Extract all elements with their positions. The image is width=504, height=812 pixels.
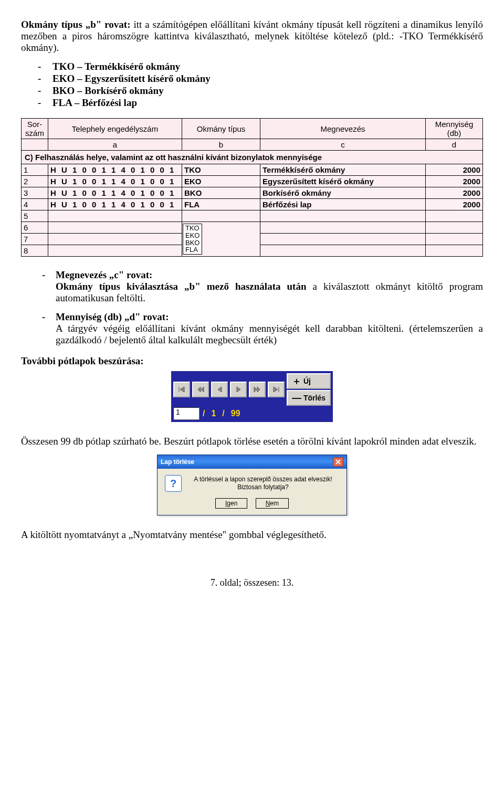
col-d: d — [426, 139, 483, 151]
dialog-no-button[interactable]: Nem — [256, 498, 289, 509]
type-item: TKO – Termékkísérő okmány — [52, 61, 483, 72]
section-c-title: C) Felhasználás helye, valamint az ott h… — [22, 151, 483, 164]
type-item: FLA – Bérfőzési lap — [52, 97, 483, 109]
dialog-msg-1: A törléssel a lapon szereplő összes adat… — [187, 476, 339, 483]
page-footer: 7. oldal; összesen: 13. — [21, 577, 483, 588]
last-page-button[interactable] — [268, 382, 285, 397]
col-telephely: Telephely engedélyszám — [48, 119, 182, 139]
col-c: c — [260, 139, 426, 151]
delete-page-button[interactable]: — Törlés — [287, 390, 331, 406]
next-button[interactable] — [230, 382, 247, 397]
rovat-d-body: A tárgyév végéig előállítani kívánt okmá… — [56, 323, 483, 345]
page-navigator: ＋ Új — Törlés 1 / 1 / 99 — [171, 371, 333, 422]
col-b: b — [182, 139, 260, 151]
dialog-close-button[interactable] — [333, 457, 343, 467]
rovat-c-pre: Okmány típus kiválasztása „b" mező haszn… — [56, 281, 306, 292]
new-page-button[interactable]: ＋ Új — [287, 373, 331, 389]
page-number-input[interactable]: 1 — [173, 407, 200, 420]
current-page: 1 — [208, 409, 219, 418]
col-megnevezes: Megnevezés — [260, 119, 426, 139]
table-row[interactable]: 4 H U 1 0 0 1 1 4 0 1 0 0 1 FLA Bérfőzés… — [22, 199, 483, 210]
table-row[interactable]: 2 H U 1 0 0 1 1 4 0 1 0 0 1 EKO Egyszerű… — [22, 176, 483, 187]
okmany-type-list: TKO – Termékkísérő okmány EKO – Egyszerű… — [21, 61, 483, 109]
question-icon: ? — [165, 475, 182, 492]
first-icon — [178, 386, 185, 393]
table-row-dropdown[interactable]: 6 TKO EKO BKO FLA — [22, 222, 483, 234]
intro-bold: Okmány típus „b" rovat: — [21, 19, 131, 30]
rovat-c-title: Megnevezés „c" rovat: — [56, 269, 152, 280]
dialog-msg-2: Biztosan folytatja? — [187, 483, 339, 491]
table-row[interactable]: 3 H U 1 0 0 1 1 4 0 1 0 0 1 BKO Borkísér… — [22, 187, 483, 199]
section-c-table: C) Felhasználás helye, valamint az ott h… — [21, 118, 483, 257]
type-item: EKO – Egyszerűsített kísérő okmány — [52, 73, 483, 85]
col-a: a — [48, 139, 182, 151]
rovat-explanations: - Megnevezés „c" rovat: Okmány típus kiv… — [21, 269, 483, 346]
prev-fast-button[interactable] — [192, 382, 209, 397]
potlap-heading: További pótlapok beszúrása: — [21, 355, 483, 367]
type-item: BKO – Borkísérő okmány — [52, 85, 483, 97]
plus-icon: ＋ — [292, 375, 301, 387]
okmany-dropdown[interactable]: TKO EKO BKO FLA — [182, 222, 260, 257]
close-icon — [335, 459, 341, 465]
col-sorszam: Sor- szám — [22, 119, 48, 139]
next-fast-button[interactable] — [249, 382, 266, 397]
right-icon — [235, 386, 242, 393]
left-icon — [216, 386, 223, 393]
section-c-form: C) Felhasználás helye, valamint az ott h… — [21, 118, 483, 257]
dialog-yes-button[interactable]: Igen — [215, 498, 247, 509]
double-left-icon — [197, 386, 204, 393]
total-pages: 99 — [228, 409, 244, 418]
table-row[interactable]: 5 — [22, 210, 483, 222]
double-right-icon — [254, 386, 261, 393]
col-okmanytipus: Okmány típus — [182, 119, 260, 139]
dialog-title: Lap törlése — [161, 458, 194, 466]
table-row[interactable]: 1 H U 1 0 0 1 1 4 0 1 0 0 1 TKO Termékkí… — [22, 164, 483, 176]
potlap-summary: Összesen 99 db pótlap szúrható be. Beszú… — [21, 436, 483, 447]
intro-paragraph: Okmány típus „b" rovat: itt a számítógép… — [21, 19, 483, 54]
last-icon — [272, 386, 280, 393]
final-paragraph: A kitöltött nyomtatványt a „Nyomtatvány … — [21, 529, 483, 541]
rovat-d-title: Mennyiség (db) „d" rovat: — [56, 311, 169, 322]
first-page-button[interactable] — [173, 382, 190, 397]
col-mennyiseg: Mennyiség (db) — [426, 119, 483, 139]
minus-icon: — — [292, 393, 301, 404]
prev-button[interactable] — [211, 382, 228, 397]
delete-confirm-dialog: Lap törlése ? A törléssel a lapon szerep… — [157, 455, 347, 515]
